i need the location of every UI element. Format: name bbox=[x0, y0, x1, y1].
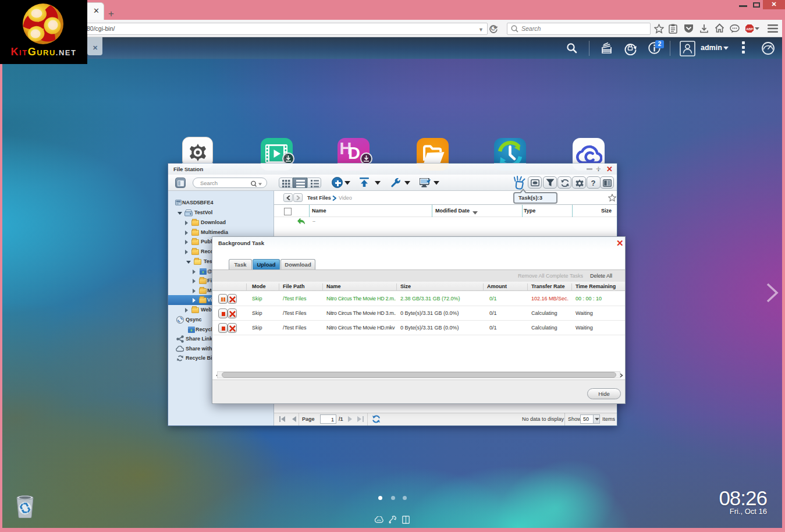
svg-text:ABP: ABP bbox=[746, 27, 753, 31]
